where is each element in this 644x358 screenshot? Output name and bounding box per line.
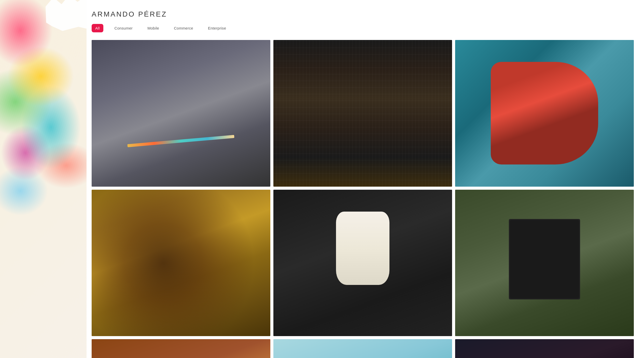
- grid-item-bookshelf[interactable]: [273, 40, 452, 187]
- grid-image-coffee-beans: [92, 190, 270, 336]
- filter-btn-commerce[interactable]: Commerce: [170, 24, 197, 32]
- right-panel: ARMANDO PÉREZ AllConsumerMobileCommerceE…: [87, 0, 644, 358]
- grid-image-laptop: [92, 339, 270, 358]
- filter-nav: AllConsumerMobileCommerceEnterprise: [92, 24, 634, 32]
- grid-item-coffee-beans[interactable]: [92, 190, 270, 336]
- grid-item-lantern[interactable]: [273, 190, 452, 336]
- grid-image-mural: [455, 40, 634, 187]
- header: ARMANDO PÉREZ AllConsumerMobileCommerceE…: [92, 10, 634, 32]
- paint-background: [0, 0, 87, 358]
- grid-item-phone-hand[interactable]: [455, 339, 634, 358]
- filter-btn-enterprise[interactable]: Enterprise: [204, 24, 230, 32]
- grid-image-ereader: [455, 190, 634, 336]
- grid-item-ereader[interactable]: [455, 190, 634, 336]
- grid-image-phone-hand: [455, 339, 634, 358]
- filter-btn-consumer[interactable]: Consumer: [111, 24, 136, 32]
- grid-item-coffee-cup[interactable]: [273, 339, 452, 358]
- left-panel: [0, 0, 87, 358]
- grid-item-laptop[interactable]: [92, 339, 270, 358]
- grid-image-bookshelf: [273, 40, 452, 187]
- site-title: ARMANDO PÉREZ: [92, 10, 634, 18]
- grid-image-skateboard: [92, 40, 270, 187]
- filter-btn-mobile[interactable]: Mobile: [144, 24, 163, 32]
- portfolio-grid: [92, 40, 634, 358]
- grid-image-lantern: [273, 190, 452, 336]
- page-wrapper: ARMANDO PÉREZ AllConsumerMobileCommerceE…: [0, 0, 644, 358]
- grid-item-skateboard[interactable]: [92, 40, 270, 187]
- grid-image-coffee-cup: [273, 339, 452, 358]
- filter-btn-all[interactable]: All: [92, 24, 103, 32]
- grid-item-mural[interactable]: [455, 40, 634, 187]
